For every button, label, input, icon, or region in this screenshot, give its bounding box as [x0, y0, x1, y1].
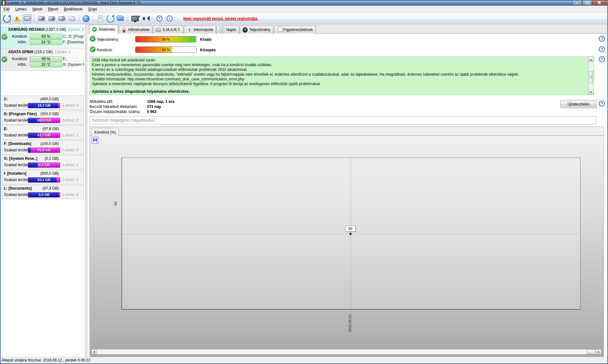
stat-value: 1066 nap, 1 óra: [147, 99, 174, 104]
refresh-icon[interactable]: [3, 14, 11, 23]
disk-partitions-text: C:, D: [Progra: [63, 34, 84, 39]
partition-size: (300,0 GB): [40, 112, 59, 116]
disk-sidebar: SAMSUNG HD154UI (1397,3 GB) Lemez: 0 Kon…: [1, 24, 86, 357]
disk-overview-icon[interactable]: [23, 14, 32, 23]
scroll-up-button[interactable]: [588, 57, 593, 62]
warning-icon[interactable]: !: [13, 14, 22, 23]
partition-disk-no: Lemez: 0: [63, 178, 78, 182]
help-icon[interactable]: ?: [155, 14, 164, 23]
temperature-label: Hőm.:: [8, 40, 28, 44]
help-icon[interactable]: ?: [599, 36, 605, 42]
condition-label: Kondíció:: [8, 57, 28, 61]
partition-panel-e[interactable]: E: (97,6 GB) Szabad terület 61,7 GB Leme…: [2, 125, 84, 140]
partition-size: (400,0 GB): [40, 97, 59, 101]
free-space-bar: 61,7 GB: [28, 133, 60, 138]
disk-panel-adata[interactable]: ADATA SP900 (119,2 GB) Lemez: 1 Kondíció…: [1, 48, 85, 71]
partition-size: (500,0 GB): [40, 171, 59, 176]
condition-status: Közepes: [200, 48, 216, 52]
partition-panel-l[interactable]: L: [Documents] (97,3 GB) Szabad terület …: [2, 185, 84, 199]
tab-informaciok[interactable]: iInformációk: [184, 26, 216, 34]
menu-lemez[interactable]: Lemez: [12, 6, 29, 12]
partition-disk-no: Lemez: 1: [63, 163, 78, 167]
sound-icon[interactable]: [141, 14, 149, 23]
tab-homerseklet[interactable]: Hőmérséklet: [119, 26, 152, 34]
partition-name: F: [Downloads]: [4, 141, 31, 146]
status-text: Állapot utoljára frissítve: 2016.08.12.,…: [2, 358, 90, 362]
free-space-bar: 91,8 GB: [28, 147, 60, 153]
help-icon[interactable]: ?: [599, 101, 605, 107]
chart-point-label: 60: [345, 226, 356, 232]
stat-value: 5 963: [147, 110, 156, 114]
report-icon[interactable]: [96, 14, 105, 23]
performance-status: Kiváló: [200, 37, 212, 42]
tab-label: Teljesítmény: [249, 28, 270, 32]
message-scrollbar[interactable]: [588, 57, 593, 95]
save-chart-button[interactable]: [92, 137, 98, 144]
condition-meter: 60 %: [135, 47, 197, 53]
scroll-left-button[interactable]: [92, 349, 97, 354]
free-space-label: Szabad terület: [4, 163, 28, 167]
retest-button[interactable]: Újratesztelés: [560, 100, 597, 108]
menu-nezet[interactable]: Nézet: [29, 6, 45, 12]
menu-sugo[interactable]: Súgó: [85, 6, 100, 12]
help-icon[interactable]: ?: [599, 46, 605, 52]
tab-label: Figyelmeztetések: [283, 28, 313, 32]
menu-fajl[interactable]: Fájl: [1, 6, 12, 12]
partition-name: L: [Documents]: [4, 186, 32, 191]
partition-panel-i[interactable]: I: [Installers] (500,0 GB) Szabad terüle…: [2, 170, 84, 184]
tab-teljesitmeny[interactable]: Teljesítmény: [240, 26, 273, 34]
disk-size: (119,2 GB): [34, 50, 53, 54]
info-icon[interactable]: i: [165, 14, 174, 23]
partition-name: E:: [4, 127, 8, 131]
minimize-button[interactable]: [573, 0, 582, 5]
help-icon[interactable]: ?: [599, 56, 605, 62]
partition-panel-g[interactable]: G: [System Rese..] (0,1 GB) Szabad terül…: [2, 155, 84, 169]
disk-panel-samsung[interactable]: SAMSUNG HD154UI (1397,3 GB) Lemez: 0 Kon…: [1, 26, 85, 48]
disk-name: SAMSUNG HD154UI: [8, 27, 44, 32]
tab-figyelmeztetesek[interactable]: Figyelmeztetések: [274, 26, 316, 34]
sync-icon[interactable]: [106, 14, 115, 23]
disk-test-surface-icon[interactable]: [57, 14, 66, 23]
folders-icon[interactable]: [116, 14, 125, 23]
comment-input[interactable]: [90, 116, 596, 124]
info-icon: i: [189, 27, 190, 33]
scroll-thumb[interactable]: [587, 349, 596, 354]
tab-attekintes[interactable]: Áttekintés: [89, 25, 118, 34]
smart-disk-icon: [156, 28, 161, 32]
tab-label: Hőmérséklet: [128, 28, 149, 32]
health-message-box: 1338 hiba fordult elő adatátvitel során.…: [90, 56, 594, 95]
tab-smart[interactable]: S.M.A.R.T.: [153, 26, 183, 34]
restore-button[interactable]: [582, 0, 592, 5]
free-space-bar: 3,0 GB: [28, 192, 60, 198]
chart-y-tick-label: 60: [114, 198, 118, 205]
disk-test-random-icon[interactable]: [67, 14, 76, 23]
chart-scrollbar[interactable]: [91, 349, 602, 355]
partition-panel-f[interactable]: F: [Downloads] (100,0 GB) Szabad terület…: [2, 140, 84, 154]
scroll-right-button[interactable]: [596, 349, 601, 354]
scroll-down-button[interactable]: [588, 90, 593, 95]
partition-panel-d[interactable]: D: [Program Files] (300,0 GB) Szabad ter…: [2, 110, 84, 125]
menu-riport[interactable]: Riport: [45, 6, 61, 12]
chart-tab-kondicio[interactable]: Kondíció (%): [91, 128, 119, 136]
thermometer-icon: [123, 27, 125, 33]
performance-ok-icon: [90, 36, 95, 41]
message-advice: Ajánlatos a lemez állapotának folyamatos…: [92, 89, 587, 94]
sidebar-splitter[interactable]: [86, 24, 88, 357]
message-line: A lemez és a számítógép közötti adatkapc…: [92, 67, 587, 72]
menu-beallitasok[interactable]: Beállítások: [61, 6, 86, 12]
condition-label: Kondíció:: [97, 48, 113, 52]
disk-test-short-icon[interactable]: [37, 14, 46, 23]
disk-test-extended-icon[interactable]: [47, 14, 56, 23]
temperature-value-bar: 33 °C: [30, 62, 62, 67]
tab-naplo[interactable]: Napló: [217, 26, 239, 34]
network-disks-icon[interactable]: [82, 14, 91, 23]
tab-bar: Áttekintés Hőmérséklet S.M.A.R.T. iInfor…: [89, 25, 316, 34]
close-button[interactable]: [592, 0, 606, 5]
retest-button-label: Újratesztelés: [567, 102, 589, 106]
registration-link[interactable]: Nem regisztrált verzió, kérem regisztrál…: [183, 16, 258, 21]
condition-value-bar: 60 %: [30, 34, 62, 39]
partition-name: I: [Installers]: [4, 171, 26, 176]
desktop-edit-icon[interactable]: [130, 14, 139, 23]
partition-panel-c[interactable]: C: (400,0 GB) Szabad terület 18,3 GB Lem…: [2, 96, 84, 110]
scroll-thumb[interactable]: [589, 71, 593, 83]
